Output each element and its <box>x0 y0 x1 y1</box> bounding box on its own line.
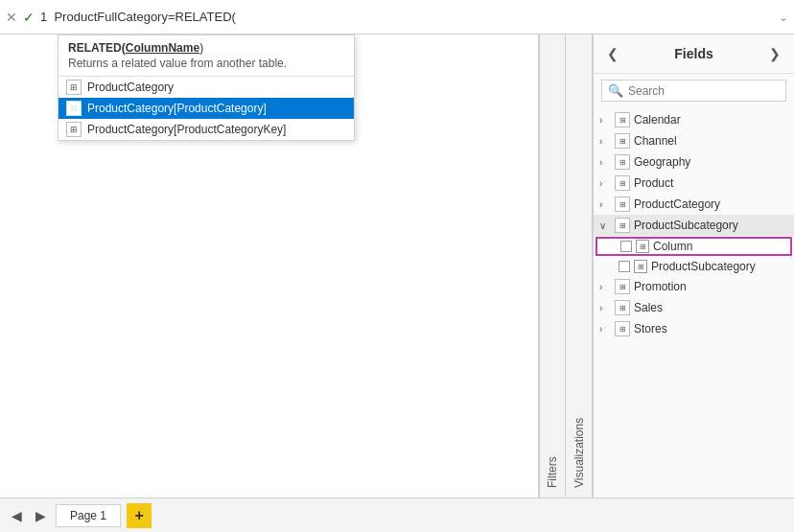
field-group-name: Stores <box>634 322 667 335</box>
table-icon: ⊞ <box>615 197 630 212</box>
chevron-icon: ∨ <box>599 220 611 231</box>
autocomplete-item-label: ProductCategory <box>87 81 174 94</box>
field-group-header[interactable]: ›⊞ProductCategory <box>594 194 794 215</box>
table-icon: ⊞ <box>615 112 630 127</box>
func-name: RELATED( <box>68 41 126 55</box>
field-item-table-icon: ⊞ <box>636 240 649 253</box>
chevron-icon: › <box>599 178 611 189</box>
table-icon: ⊞ <box>615 154 630 170</box>
fields-list: ›⊞Calendar›⊞Channel›⊞Geography›⊞Product›… <box>594 107 794 497</box>
field-group-header[interactable]: ›⊞Channel <box>594 130 794 151</box>
table-icon: ⊞ <box>615 279 630 294</box>
autocomplete-list: ⊞ProductCategory⊞ProductCategory[Product… <box>58 77 354 140</box>
func-param: ColumnName <box>126 41 199 55</box>
field-group-header[interactable]: ›⊞Promotion <box>594 276 794 297</box>
field-group-header[interactable]: ∨⊞ProductSubcategory <box>594 215 794 236</box>
field-group: ›⊞Calendar <box>594 109 794 130</box>
fields-header: ❮ Fields ❯ <box>594 35 794 74</box>
autocomplete-item[interactable]: ⊞ProductCategory[ProductCategory] <box>58 98 354 119</box>
field-group-header[interactable]: ›⊞Stores <box>594 318 794 339</box>
chevron-icon: › <box>599 303 611 313</box>
field-group-header[interactable]: ›⊞Product <box>594 173 794 194</box>
table-icon: ⊞ <box>66 101 82 116</box>
field-checkbox[interactable] <box>620 241 632 252</box>
table-icon: ⊞ <box>615 321 630 336</box>
table-icon: ⊞ <box>66 122 82 137</box>
editor-panel: RELATED(ColumnName) Returns a related va… <box>0 35 539 497</box>
fields-collapse-left[interactable]: ❮ <box>603 42 622 65</box>
fields-panel: ❮ Fields ❯ 🔍 ›⊞Calendar›⊞Channel›⊞Geogra… <box>593 35 794 497</box>
fields-search-box[interactable]: 🔍 <box>601 80 786 102</box>
field-item-name: Column <box>653 240 692 253</box>
field-group-name: Sales <box>634 301 663 314</box>
table-icon: ⊞ <box>615 300 630 315</box>
chevron-icon: › <box>599 115 611 126</box>
autocomplete-item[interactable]: ⊞ProductCategory <box>58 77 354 98</box>
main-area: RELATED(ColumnName) Returns a related va… <box>0 35 794 497</box>
chevron-icon: › <box>599 157 611 168</box>
field-sub-items: ⊞Column⊞ProductSubcategory <box>594 237 794 276</box>
autocomplete-tooltip: RELATED(ColumnName) Returns a related va… <box>58 35 354 77</box>
field-group: ›⊞Sales <box>594 297 794 318</box>
formula-chevron-icon[interactable]: ⌄ <box>779 11 788 24</box>
page-tab-1[interactable]: Page 1 <box>56 504 121 527</box>
field-item[interactable]: ⊞ProductSubcategory <box>594 257 794 276</box>
field-group: ›⊞Channel <box>594 130 794 151</box>
fields-title: Fields <box>674 46 712 61</box>
table-icon: ⊞ <box>615 133 630 149</box>
field-group-header[interactable]: ›⊞Calendar <box>594 109 794 130</box>
autocomplete-item[interactable]: ⊞ProductCategory[ProductCategoryKey] <box>58 119 354 140</box>
field-group-name: Channel <box>634 134 677 148</box>
field-group-header[interactable]: ›⊞Geography <box>594 151 794 173</box>
confirm-icon[interactable]: ✓ <box>23 10 35 25</box>
chevron-icon: › <box>599 199 611 210</box>
autocomplete-item-label: ProductCategory[ProductCategory] <box>87 102 267 115</box>
filters-tab-label: Filters <box>546 456 559 488</box>
field-group: ›⊞ProductCategory <box>594 194 794 215</box>
field-group-name: ProductCategory <box>634 197 720 211</box>
field-group: ›⊞Product <box>594 173 794 194</box>
field-checkbox[interactable] <box>619 261 630 272</box>
viz-tab-label: Visualizations <box>572 418 586 488</box>
chevron-icon: › <box>599 136 611 147</box>
field-group-name: Promotion <box>634 280 687 293</box>
page-prev-button[interactable]: ◀ <box>8 506 26 525</box>
table-icon: ⊞ <box>615 218 630 233</box>
func-description: Returns a related value from another tab… <box>68 57 344 70</box>
page-next-button[interactable]: ▶ <box>32 506 50 525</box>
field-item-name: ProductSubcategory <box>651 260 756 273</box>
field-group: ›⊞Promotion <box>594 276 794 297</box>
field-group-name: ProductSubcategory <box>634 219 738 232</box>
search-icon: 🔍 <box>608 83 623 98</box>
cancel-icon[interactable]: ✕ <box>6 10 17 25</box>
formula-input[interactable] <box>40 10 773 24</box>
visualizations-tab[interactable]: Visualizations <box>566 35 593 497</box>
fields-collapse-right[interactable]: ❯ <box>765 42 784 65</box>
field-group: ›⊞Stores <box>594 318 794 339</box>
page-add-button[interactable]: + <box>127 503 152 528</box>
table-icon: ⊞ <box>66 80 82 95</box>
field-item-table-icon: ⊞ <box>634 260 647 273</box>
chevron-icon: › <box>599 282 611 292</box>
formula-bar: ✕ ✓ ⌄ <box>0 0 794 35</box>
autocomplete-dropdown: RELATED(ColumnName) Returns a related va… <box>58 35 355 141</box>
field-item[interactable]: ⊞Column <box>596 237 792 256</box>
field-group: ∨⊞ProductSubcategory⊞Column⊞ProductSubca… <box>594 215 794 276</box>
chevron-icon: › <box>599 324 611 335</box>
table-icon: ⊞ <box>615 175 630 191</box>
field-group-header[interactable]: ›⊞Sales <box>594 297 794 318</box>
func-close: ) <box>199 41 203 55</box>
autocomplete-item-label: ProductCategory[ProductCategoryKey] <box>87 123 286 136</box>
field-group-name: Geography <box>634 155 690 169</box>
field-group-name: Calendar <box>634 113 681 127</box>
bottom-bar: ◀ ▶ Page 1 + <box>0 497 794 532</box>
field-group-name: Product <box>634 176 673 190</box>
field-group: ›⊞Geography <box>594 151 794 173</box>
filters-tab[interactable]: Filters <box>539 35 566 497</box>
fields-search-input[interactable] <box>628 84 780 98</box>
